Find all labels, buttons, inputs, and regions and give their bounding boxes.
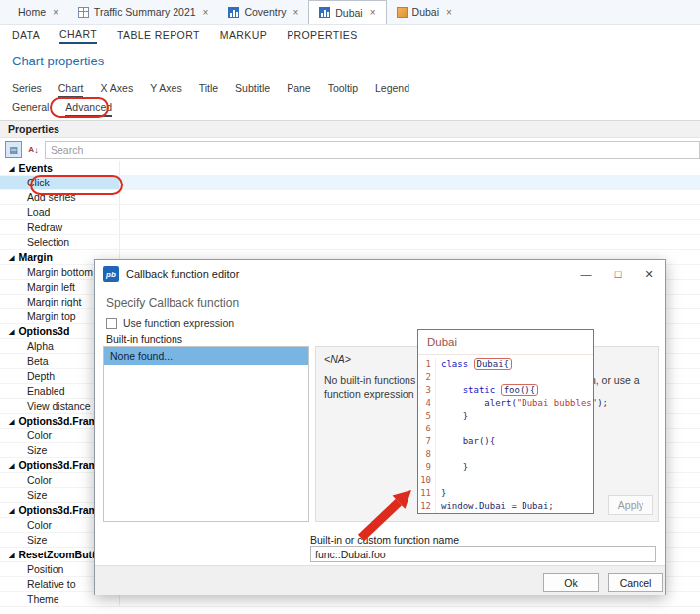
tab-dubai[interactable]: Dubai× — [387, 0, 462, 24]
alphabetical-sort-icon[interactable]: A↓ — [25, 141, 42, 158]
chart-tab-title[interactable]: Title — [199, 82, 218, 98]
chart-tab-subtitle[interactable]: Subtitle — [235, 82, 270, 98]
tab-dubai[interactable]: Dubai× — [308, 0, 386, 24]
tree-node-label: Size — [27, 443, 47, 457]
tree-node-value-cell[interactable] — [119, 176, 700, 189]
tab-coventry[interactable]: Coventry× — [218, 0, 308, 24]
expand-triangle-icon[interactable]: ◢ — [9, 161, 14, 175]
callback-function-editor-dialog: pb Callback function editor — □ ✕ Specif… — [94, 259, 666, 595]
minimize-icon[interactable]: — — [570, 260, 602, 288]
function-list-item[interactable]: None found... — [104, 347, 308, 365]
cancel-button[interactable]: Cancel — [608, 573, 663, 592]
chart-tab-pane[interactable]: Pane — [287, 82, 311, 98]
tree-node-label-cell: Click — [0, 176, 119, 189]
code-line: 9 } — [418, 461, 593, 474]
code-text: window.Dubai = Dubai; — [436, 500, 554, 513]
menu-item-data[interactable]: DATA — [12, 27, 40, 43]
tab-close-icon[interactable]: × — [292, 7, 298, 18]
code-text — [436, 423, 441, 435]
tree-node-label: Click — [27, 176, 50, 189]
code-segment: static — [463, 385, 501, 395]
tree-node-value-cell[interactable] — [119, 205, 700, 219]
line-number: 6 — [418, 423, 436, 435]
tab-traffic-summary-2021[interactable]: Traffic Summary 2021× — [68, 0, 219, 24]
tree-node-label: Position — [27, 562, 63, 576]
tree-node-value-cell[interactable] — [119, 190, 700, 204]
tab-close-icon[interactable]: × — [446, 7, 452, 18]
code-segment: } — [441, 462, 468, 472]
tree-item-add-series[interactable]: Add series — [0, 190, 700, 205]
tree-node-label: Redraw — [27, 220, 62, 234]
code-line: 3 static foo(){ — [418, 384, 593, 397]
expand-triangle-icon[interactable]: ◢ — [9, 458, 14, 472]
function-name-input[interactable] — [310, 546, 656, 562]
search-input[interactable] — [45, 141, 700, 159]
tab-close-icon[interactable]: × — [370, 7, 376, 18]
use-function-expression-row[interactable]: Use function expression — [106, 317, 234, 329]
tree-item-redraw[interactable]: Redraw — [0, 220, 700, 235]
code-text: } — [436, 410, 468, 423]
tree-node-value-cell[interactable] — [119, 220, 700, 234]
use-function-expression-checkbox[interactable] — [106, 318, 117, 329]
line-number: 5 — [418, 410, 436, 423]
code-segment — [441, 385, 463, 395]
code-text: class Dubai{ — [436, 358, 512, 371]
close-icon[interactable]: ✕ — [634, 260, 665, 288]
code-editor-body[interactable]: 1class Dubai{23 static foo(){4 alert("Du… — [418, 355, 593, 513]
tree-node-label: Color — [27, 473, 52, 487]
tree-node-label-cell: Load — [0, 205, 119, 219]
menu-item-chart[interactable]: CHART — [59, 26, 97, 44]
tree-item-click[interactable]: Click — [0, 176, 700, 190]
apply-button[interactable]: Apply — [608, 495, 653, 515]
tree-item-load[interactable]: Load — [0, 205, 700, 220]
code-text: bar(){ — [436, 435, 495, 448]
menu-item-table-report[interactable]: TABLE REPORT — [117, 27, 200, 43]
page-title: Chart properties — [12, 54, 104, 68]
tree-item-selection[interactable]: Selection — [0, 235, 700, 250]
chart-tab-y-axes[interactable]: Y Axes — [150, 82, 182, 98]
tab-close-icon[interactable]: × — [203, 7, 209, 18]
code-editor[interactable]: Dubai 1class Dubai{23 static foo(){4 ale… — [417, 329, 594, 514]
tree-node-label: Alpha — [27, 339, 54, 353]
chart-tab-x-axes[interactable]: X Axes — [100, 82, 133, 98]
tree-node-label: Color — [27, 429, 52, 442]
expand-triangle-icon[interactable]: ◢ — [9, 324, 14, 338]
tree-node-label: Events — [18, 161, 52, 175]
tree-node-value-cell[interactable] — [119, 235, 700, 249]
menu-item-markup[interactable]: MARKUP — [220, 27, 267, 43]
maximize-icon[interactable]: □ — [602, 260, 634, 288]
code-segment: class — [441, 359, 474, 369]
tree-node-label: Depth — [27, 369, 55, 383]
chart-tab-legend[interactable]: Legend — [375, 82, 409, 98]
tree-node-value-cell[interactable] — [119, 161, 700, 175]
code-text — [436, 371, 441, 384]
code-text: } — [436, 487, 446, 500]
tree-category-events[interactable]: ◢Events — [0, 161, 700, 176]
chart-icon — [319, 7, 330, 18]
chart-tab-series[interactable]: Series — [12, 82, 42, 98]
ok-button[interactable]: Ok — [543, 573, 599, 592]
expand-triangle-icon[interactable]: ◢ — [9, 414, 14, 428]
line-number: 3 — [418, 384, 436, 397]
tab-close-icon[interactable]: × — [53, 7, 58, 18]
categorized-view-icon[interactable]: ▤ — [5, 141, 22, 158]
expand-triangle-icon[interactable]: ◢ — [9, 250, 14, 264]
built-in-functions-list[interactable]: None found... — [103, 346, 309, 522]
tab-label: Traffic Summary 2021 — [94, 6, 196, 18]
dialog-title-bar[interactable]: pb Callback function editor — □ ✕ — [95, 260, 665, 288]
app-logo-icon: pb — [103, 266, 119, 282]
chart-tab-chart[interactable]: Chart — [58, 82, 84, 98]
tree-node-label: Margin bottom — [27, 265, 93, 279]
tab-home[interactable]: Home× — [8, 0, 68, 24]
code-text: static foo(){ — [436, 384, 538, 397]
expand-triangle-icon[interactable]: ◢ — [9, 548, 14, 561]
mode-tab-advanced[interactable]: Advanced — [65, 101, 112, 117]
expand-triangle-icon[interactable]: ◢ — [9, 503, 14, 517]
mode-tab-general[interactable]: General — [12, 101, 49, 117]
chart-tab-tooltip[interactable]: Tooltip — [328, 82, 358, 98]
code-line: 12window.Dubai = Dubai; — [418, 500, 593, 513]
menu-item-properties[interactable]: PROPERTIES — [287, 27, 358, 43]
line-number: 10 — [418, 474, 436, 487]
tree-node-label-cell: Redraw — [0, 220, 119, 234]
code-editor-title: Dubai — [418, 330, 593, 355]
